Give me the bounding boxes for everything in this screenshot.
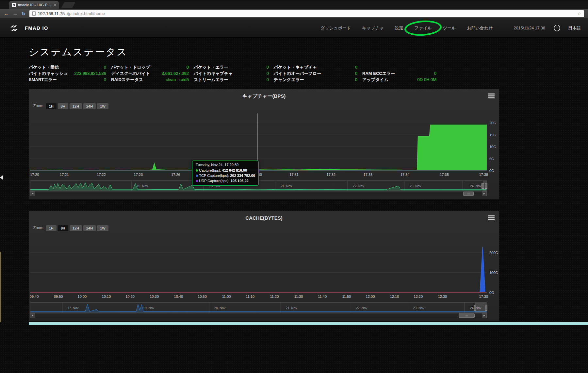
forward-icon[interactable]: → xyxy=(13,11,18,16)
brand-name: FMAD IO xyxy=(25,25,48,31)
stat-cell: パケット・エラー0 xyxy=(194,64,269,70)
zoom-buttons: 1H8H12H24H1W xyxy=(46,103,110,109)
chart-menu-icon[interactable] xyxy=(488,93,495,99)
stat-cell: RAIDステータスclean : raid5 xyxy=(111,76,189,83)
stat-label: RAIDステータス xyxy=(111,76,143,83)
x-axis-label: 17:26 xyxy=(171,173,180,177)
zoom-button-8h[interactable]: 8H xyxy=(58,103,68,109)
nav-item-dashboard[interactable]: ダッシュボード xyxy=(320,25,351,31)
zoom-button-24h[interactable]: 24H xyxy=(83,225,96,231)
y-axis-label: 0G xyxy=(489,169,494,173)
navigator-date-label: 21. Nov xyxy=(286,306,297,310)
stat-value: clean : raid5 xyxy=(166,76,189,83)
x-axis-label: 17:20 xyxy=(30,173,39,177)
power-icon[interactable] xyxy=(554,25,560,31)
zoom-button-1h[interactable]: 1H xyxy=(46,225,57,231)
zoom-button-12h[interactable]: 12H xyxy=(70,103,82,109)
x-axis-label: 17:38 xyxy=(479,173,488,177)
stat-value: 0 xyxy=(267,64,269,70)
zoom-button-1w[interactable]: 1W xyxy=(97,225,108,231)
stat-value: 0 xyxy=(267,76,269,83)
scrollbar-track[interactable] xyxy=(35,191,482,196)
desktop-edge-artifact xyxy=(0,252,1,322)
nav-item-contact[interactable]: お問い合わせ xyxy=(467,25,493,31)
tooltip-value: 412 642 816.00 xyxy=(222,168,247,172)
navigator-date-label: 23. Nov xyxy=(410,184,421,188)
scrollbar-left-icon[interactable]: ◄ xyxy=(30,313,35,318)
left-edge-arrow xyxy=(0,175,3,180)
navigator-date-label: 20. Nov xyxy=(214,306,225,310)
fmadio-logo-icon xyxy=(10,25,22,32)
scrollbar-thumb[interactable] xyxy=(463,192,474,196)
nav-item-files[interactable]: ファイル xyxy=(415,25,432,31)
stat-value: 0 xyxy=(104,76,106,83)
tooltip-label: UDP Capture(bps): xyxy=(199,179,230,183)
nav-item-tools[interactable]: ツール xyxy=(443,25,456,31)
zoom-label: Zoom xyxy=(33,226,43,230)
zoom-button-8h[interactable]: 8H xyxy=(58,225,68,231)
y-axis-label: 5G xyxy=(489,157,494,161)
stat-cell: パケット・ドロップ0 xyxy=(111,64,189,70)
language-selector[interactable]: 日本語 xyxy=(568,25,581,31)
tooltip-label: Capture(bps): xyxy=(199,168,222,172)
capture-bps-panel: キャプチャー(BPS) Zoom 1H8H12H24H1W 0G5G10G15G… xyxy=(29,89,499,199)
stat-cell: アップタイム0D 0H 0M xyxy=(362,76,436,83)
stat-cell: ディスクへのバイト3,661,627,392 xyxy=(111,70,189,76)
stat-label: ディスクへのバイト xyxy=(111,70,150,76)
nav-label: お問い合わせ xyxy=(467,25,493,30)
url-bar[interactable]: 192.168.11.75 /jp.index.html#home ☆ xyxy=(29,10,584,17)
scrollbar-track[interactable] xyxy=(35,313,482,318)
navigator-date-label: 22. Nov xyxy=(353,184,364,188)
navigator-handle[interactable] xyxy=(482,183,484,189)
brand[interactable]: FMAD IO xyxy=(10,25,48,32)
scrollbar-left-icon[interactable]: ◄ xyxy=(30,191,35,196)
navigator-handle[interactable] xyxy=(474,305,476,311)
x-axis-label: 10:10 xyxy=(102,295,111,298)
zoom-button-12h[interactable]: 12H xyxy=(70,225,82,231)
zoom-button-1h[interactable]: 1H xyxy=(46,103,57,109)
chart-menu-icon[interactable] xyxy=(488,215,495,221)
browser-tab[interactable]: N fmadio10 - 10G Pack × xyxy=(9,1,59,9)
navigator-handle[interactable] xyxy=(485,183,487,189)
nav-item-capture[interactable]: キャプチャ xyxy=(362,25,384,31)
back-icon[interactable]: ← xyxy=(4,11,9,16)
stat-cell: パケット・受信0 xyxy=(29,64,106,70)
page-icon xyxy=(32,11,36,16)
y-axis-label: 100G xyxy=(489,271,498,275)
stat-cell: SMARTエラー0 xyxy=(29,76,106,83)
tab-close-icon[interactable]: × xyxy=(54,3,56,8)
x-axis-label: 10:30 xyxy=(150,295,159,298)
new-tab-button[interactable] xyxy=(61,2,75,8)
scrollbar-right-icon[interactable]: ► xyxy=(482,191,487,196)
stat-value: 3,661,627,392 xyxy=(162,70,189,76)
x-axis-label: 12:30 xyxy=(438,295,447,298)
favicon: N xyxy=(12,3,16,7)
x-axis-label: 10:50 xyxy=(198,295,207,298)
zoom-button-24h[interactable]: 24H xyxy=(83,103,96,109)
chart-canvas[interactable] xyxy=(30,235,487,293)
x-axis-label: 09:50 xyxy=(54,295,63,298)
stat-cell-empty xyxy=(362,64,436,70)
stat-label: パケット・ドロップ xyxy=(111,64,150,70)
x-axis-label: 12:10 xyxy=(390,295,399,298)
navigator-date-label: 23. Nov xyxy=(413,306,424,310)
navigator-handle[interactable] xyxy=(485,305,487,311)
stat-label: パケット・キャプチャ xyxy=(274,64,317,70)
plot-area[interactable]: 0G5G10G15G20GTuesday, Nov 24, 17:29:59Ca… xyxy=(30,113,487,171)
navigator-date-label: 21. Nov xyxy=(281,184,292,188)
stat-cell: パケット・キャプチャ0 xyxy=(274,64,357,70)
cache-bytes-panel: CACHE(BYTES) Zoom 1H8H12H24H1W 0G100G200… xyxy=(29,211,499,321)
x-axis-label: 10:20 xyxy=(125,295,135,298)
scrollbar-thumb[interactable] xyxy=(459,314,475,318)
y-axis-label: 200G xyxy=(489,251,498,255)
reload-icon[interactable]: ↻ xyxy=(22,11,25,16)
chart-tooltip: Tuesday, Nov 24, 17:29:59Capture(bps): 4… xyxy=(192,161,259,186)
navigator[interactable]: 17. Nov19. Nov20. Nov21. Nov22. Nov23. N… xyxy=(30,302,487,313)
plot-area[interactable]: 0G100G200G xyxy=(30,235,487,293)
zoom-button-1w[interactable]: 1W xyxy=(97,103,108,109)
stat-cell: ストリームエラー0 xyxy=(194,76,269,83)
page-title: システムステータス xyxy=(29,38,588,59)
nav-item-settings[interactable]: 設定 xyxy=(395,25,403,31)
bookmark-star-icon[interactable]: ☆ xyxy=(577,11,581,16)
scrollbar-right-icon[interactable]: ► xyxy=(482,313,487,318)
